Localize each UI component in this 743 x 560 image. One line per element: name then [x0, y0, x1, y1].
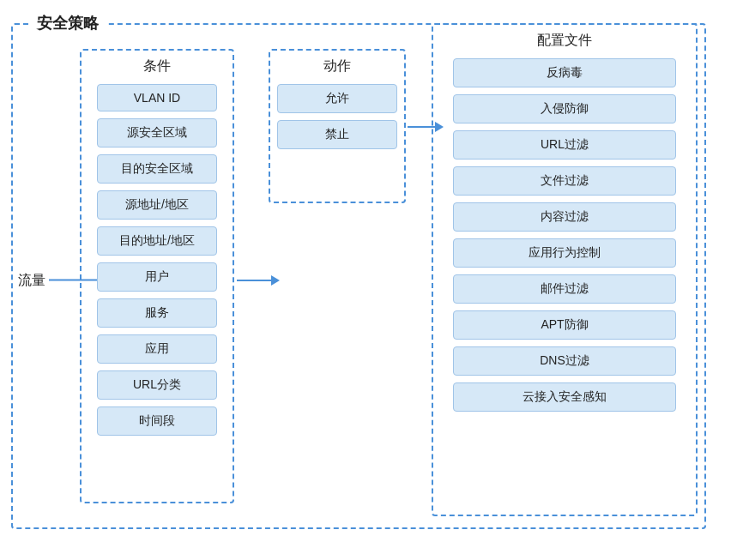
config-item-2[interactable]: URL过滤 — [453, 130, 676, 160]
config-title: 配置文件 — [433, 32, 696, 50]
config-item-8[interactable]: DNS过滤 — [453, 346, 676, 376]
condition-item-6[interactable]: 服务 — [97, 298, 217, 328]
main-container: 安全策略 流量 条件 VLAN ID源安全区域目的安全区域源地址/地区目的地址/… — [11, 15, 732, 546]
config-item-0[interactable]: 反病毒 — [453, 58, 676, 87]
condition-item-0[interactable]: VLAN ID — [97, 84, 217, 111]
actions-title: 动作 — [270, 57, 404, 75]
conditions-title: 条件 — [82, 57, 233, 75]
actions-box: 动作 允许禁止 — [269, 49, 406, 203]
condition-item-1[interactable]: 源安全区域 — [97, 118, 217, 148]
condition-item-7[interactable]: 应用 — [97, 334, 217, 364]
condition-item-8[interactable]: URL分类 — [97, 370, 217, 400]
action-item-1[interactable]: 禁止 — [277, 120, 397, 149]
config-item-3[interactable]: 文件过滤 — [453, 166, 676, 196]
conditions-items: VLAN ID源安全区域目的安全区域源地址/地区目的地址/地区用户服务应用URL… — [82, 84, 233, 436]
config-item-6[interactable]: 邮件过滤 — [453, 274, 676, 304]
traffic-label: 流量 — [18, 271, 45, 289]
condition-item-5[interactable]: 用户 — [97, 262, 217, 292]
conditions-box: 条件 VLAN ID源安全区域目的安全区域源地址/地区目的地址/地区用户服务应用… — [80, 49, 234, 503]
condition-item-2[interactable]: 目的安全区域 — [97, 154, 217, 184]
condition-item-4[interactable]: 目的地址/地区 — [97, 226, 217, 256]
config-items: 反病毒入侵防御URL过滤文件过滤内容过滤应用行为控制邮件过滤APT防御DNS过滤… — [433, 58, 696, 412]
config-item-9[interactable]: 云接入安全感知 — [453, 382, 676, 412]
security-policy-title: 安全策略 — [30, 13, 106, 33]
config-item-7[interactable]: APT防御 — [453, 310, 676, 340]
config-item-4[interactable]: 内容过滤 — [453, 202, 676, 232]
config-item-5[interactable]: 应用行为控制 — [453, 238, 676, 268]
config-box: 配置文件 反病毒入侵防御URL过滤文件过滤内容过滤应用行为控制邮件过滤APT防御… — [432, 23, 698, 516]
actions-items: 允许禁止 — [270, 84, 404, 149]
config-item-1[interactable]: 入侵防御 — [453, 94, 676, 123]
condition-item-9[interactable]: 时间段 — [97, 406, 217, 436]
action-item-0[interactable]: 允许 — [277, 84, 397, 113]
condition-item-3[interactable]: 源地址/地区 — [97, 190, 217, 220]
